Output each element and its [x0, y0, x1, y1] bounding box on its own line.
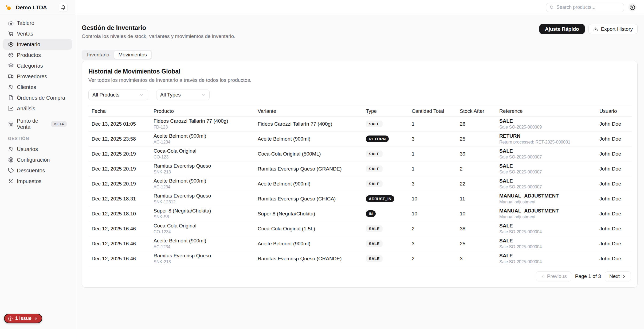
- cell-stock-after: 10: [457, 206, 496, 221]
- cell-cantidad-total: 1: [409, 117, 457, 131]
- cell-variante: Aceite Belmont (900ml): [254, 176, 363, 191]
- cell-producto: Coca-Cola OriginalCO-1234: [150, 221, 254, 236]
- sidebar-item-categorias[interactable]: Categorías: [3, 60, 72, 71]
- next-page-button[interactable]: Next: [605, 271, 631, 281]
- tab-inventario[interactable]: Inventario: [83, 51, 113, 59]
- cell-producto: Aceite Belmont (900ml)AC-1234: [150, 131, 254, 146]
- sidebar-item-configuracion[interactable]: Configuración: [3, 154, 72, 165]
- page-subtitle: Controla los niveles de stock, variantes…: [82, 33, 235, 39]
- cell-fecha: Dec 12, 2025 16:46: [88, 221, 150, 236]
- cell-variante: Super 8 (Negrita/Chokita): [254, 206, 363, 221]
- cell-stock-after: 25: [457, 131, 496, 146]
- topbar: [75, 0, 644, 15]
- cell-usuario: John Doe: [596, 161, 632, 176]
- alert-icon: [8, 316, 13, 321]
- cell-reference: RETURNReturn processed: RET-2025-000001: [496, 131, 596, 146]
- user-menu-button[interactable]: [628, 3, 637, 11]
- cell-type: SALE: [363, 176, 409, 191]
- sidebar-item-label: Configuración: [17, 157, 50, 163]
- column-header-fecha: Fecha: [88, 106, 150, 117]
- cell-cantidad-total: 3: [409, 176, 457, 191]
- cell-usuario: John Doe: [596, 206, 632, 221]
- type-badge: SALE: [366, 150, 383, 157]
- type-badge: SALE: [366, 121, 383, 127]
- cell-reference: SALESale SO-2025-000009: [496, 117, 596, 131]
- cell-fecha: Dec 12, 2025 20:19: [88, 161, 150, 176]
- products-filter-select[interactable]: All Products: [88, 90, 148, 100]
- table-header-row: FechaProductoVarianteTypeCantidad TotalS…: [88, 106, 632, 117]
- quick-adjust-button[interactable]: Ajuste Rápido: [539, 24, 585, 34]
- previous-page-button[interactable]: Previous: [536, 271, 571, 281]
- type-badge: SALE: [366, 255, 383, 262]
- close-icon[interactable]: [34, 316, 38, 321]
- search-input[interactable]: [556, 5, 621, 10]
- chevron-left-icon: [540, 274, 545, 279]
- cell-stock-after: 2: [457, 161, 496, 176]
- sidebar-item-label: Clientes: [17, 84, 36, 90]
- cell-producto: Aceite Belmont (900ml)AC-1234: [150, 236, 254, 251]
- type-badge: IN: [366, 210, 376, 217]
- sidebar-item-proveedores[interactable]: Proveedores: [3, 71, 72, 82]
- sidebar-item-label: Impuestos: [17, 178, 41, 184]
- cell-stock-after: 11: [457, 191, 496, 206]
- cell-reference: MANUAL_ADJUSTMENTManual adjustment: [496, 206, 596, 221]
- page-title: Gestión de Inventario: [82, 24, 235, 32]
- cell-fecha: Dec 12, 2025 23:58: [88, 131, 150, 146]
- cell-producto: Ramitas Evercrisp QuesoSNK-12312: [150, 191, 254, 206]
- tab-movimientos[interactable]: Movimientos: [114, 51, 151, 59]
- cell-producto: Ramitas Evercrisp QuesoSNK-213: [150, 161, 254, 176]
- percent-icon: [8, 178, 14, 184]
- column-header-stock-after: Stock After: [457, 106, 496, 117]
- sidebar-item-usuarios[interactable]: Usuarios: [3, 144, 72, 154]
- cart-icon: [8, 31, 14, 37]
- cell-fecha: Dec 12, 2025 20:19: [88, 176, 150, 191]
- content: Gestión de Inventario Controla los nivel…: [75, 15, 644, 329]
- column-header-usuario: Usuario: [596, 106, 632, 117]
- cell-type: IN: [363, 206, 409, 221]
- cell-reference: SALESale SO-2025-000007: [496, 161, 596, 176]
- sidebar-item-inventario[interactable]: Inventario: [3, 39, 72, 50]
- sidebar-item-descuentos[interactable]: Descuentos: [3, 165, 72, 176]
- column-header-variante: Variante: [254, 106, 363, 117]
- header-actions: Ajuste Rápido Export History: [539, 24, 638, 34]
- package-icon: [8, 41, 14, 47]
- notifications-button[interactable]: [59, 3, 68, 12]
- cell-stock-after: 26: [457, 117, 496, 131]
- cell-cantidad-total: 1: [409, 161, 457, 176]
- beta-badge: BETA: [51, 121, 67, 127]
- cell-fecha: Dec 12, 2025 18:10: [88, 206, 150, 221]
- cell-usuario: John Doe: [596, 191, 632, 206]
- sidebar-item-analisis[interactable]: Análisis: [3, 103, 72, 114]
- cell-variante: Coca-Cola Original (1.5L): [254, 221, 363, 236]
- issue-badge[interactable]: 1 Issue: [4, 314, 42, 323]
- sidebar-item-clientes[interactable]: Clientes: [3, 82, 72, 92]
- sidebar-item-productos[interactable]: Productos: [3, 50, 72, 60]
- cell-fecha: Dec 12, 2025 18:31: [88, 191, 150, 206]
- layers-icon: [8, 63, 14, 69]
- cell-type: SALE: [363, 146, 409, 161]
- cell-reference: SALESale SO-2025-000007: [496, 146, 596, 161]
- sidebar-item-punto-de-venta[interactable]: Punto de VentaBETA: [3, 119, 72, 129]
- sidebar-item-impuestos[interactable]: Impuestos: [3, 176, 72, 187]
- sidebar-item-ventas[interactable]: Ventas: [3, 28, 72, 39]
- table-row: Dec 12, 2025 18:31Ramitas Evercrisp Ques…: [88, 191, 632, 206]
- gear-icon: [8, 157, 14, 163]
- brand-logo-icon: [4, 3, 13, 12]
- cell-variante: Aceite Belmont (900ml): [254, 131, 363, 146]
- type-badge: ADJUST_IN: [366, 195, 394, 202]
- package-icon: [8, 52, 14, 58]
- type-badge: RETURN: [366, 136, 389, 142]
- sidebar-item-tablero[interactable]: Tablero: [3, 18, 72, 28]
- export-history-button[interactable]: Export History: [588, 24, 638, 34]
- cell-stock-after: 38: [457, 221, 496, 236]
- sidebar-item-ordenes-de-compra[interactable]: Órdenes de Compra: [3, 92, 72, 103]
- sidebar-item-label: Usuarios: [17, 146, 38, 152]
- page-header: Gestión de Inventario Controla los nivel…: [82, 24, 638, 39]
- cell-type: SALE: [363, 236, 409, 251]
- cell-cantidad-total: 3: [409, 131, 457, 146]
- cell-usuario: John Doe: [596, 251, 632, 266]
- user-circle-icon: [630, 5, 635, 10]
- types-filter-select[interactable]: All Types: [156, 90, 210, 100]
- cell-type: SALE: [363, 221, 409, 236]
- file-icon: [8, 95, 14, 101]
